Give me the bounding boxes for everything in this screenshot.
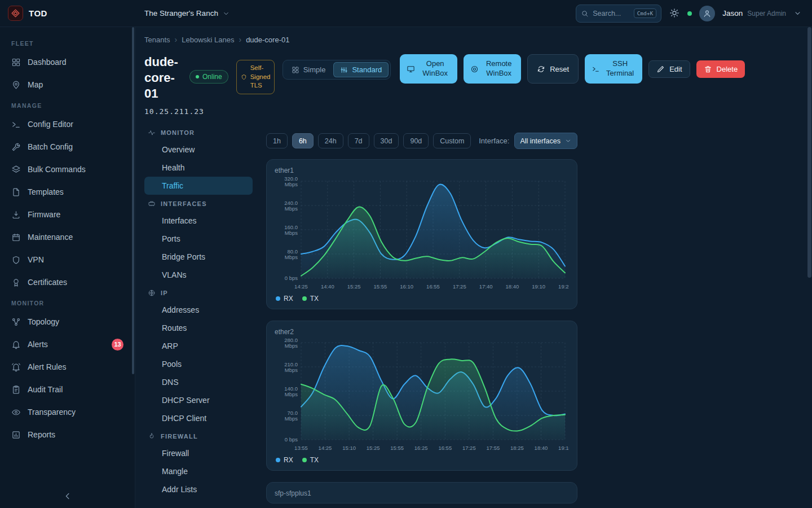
sidebar-item-templates[interactable]: Templates	[0, 181, 135, 203]
calendar-icon	[11, 233, 21, 242]
sidebar-scrollbar[interactable]	[132, 27, 134, 374]
file-icon	[11, 187, 21, 197]
range-custom-button[interactable]: Custom	[433, 133, 471, 148]
sidebar-item-topology[interactable]: Topology	[0, 310, 135, 333]
tenant-selector[interactable]: The Stranger's Ranch	[144, 9, 230, 17]
search-box[interactable]: Cmd+K	[576, 5, 661, 23]
svg-text:Mbps: Mbps	[285, 343, 298, 349]
sidebar-section-title: MONITOR	[0, 294, 135, 310]
svg-text:13:55: 13:55	[294, 445, 308, 451]
range-1h-button[interactable]: 1h	[266, 133, 288, 148]
layers-icon	[11, 165, 21, 174]
ssh-icon	[592, 65, 600, 73]
sidebar-section-title: MANAGE	[0, 96, 135, 113]
device-nav-item-dns[interactable]: DNS	[144, 373, 253, 391]
sidebar-item-certificates[interactable]: Certificates	[0, 271, 135, 294]
range-24h-button[interactable]: 24h	[318, 133, 343, 148]
time-range-group: 1h6h24h7d30d90dCustom	[266, 133, 471, 148]
remote-winbox-button[interactable]: Remote WinBox	[464, 54, 521, 84]
ssh-terminal-button[interactable]: SSH Terminal	[585, 54, 642, 84]
chevron-down-icon	[222, 10, 230, 17]
sidebar-item-dashboard[interactable]: Dashboard	[0, 51, 135, 73]
avatar[interactable]	[699, 6, 715, 21]
svg-text:18:25: 18:25	[510, 445, 524, 451]
device-nav-item-bridge-ports[interactable]: Bridge Ports	[144, 248, 253, 266]
device-nav-item-addresses[interactable]: Addresses	[144, 301, 253, 319]
svg-text:17:55: 17:55	[487, 445, 500, 451]
sidebar-item-config-editor[interactable]: Config Editor	[0, 113, 135, 135]
range-6h-button[interactable]: 6h	[292, 133, 314, 148]
sidebar-collapse-button[interactable]	[61, 490, 74, 503]
legend-rx: RX	[276, 456, 293, 464]
chart-title: ether1	[275, 167, 569, 174]
chart-legend: RXTX	[275, 454, 569, 465]
interface-select[interactable]: All interfaces	[514, 133, 577, 149]
sidebar-item-vpn[interactable]: VPN	[0, 248, 135, 271]
device-nav-item-dhcp-server[interactable]: DHCP Server	[144, 391, 253, 409]
breadcrumb-item-lebowski-lanes[interactable]: Lebowski Lanes	[182, 36, 234, 44]
svg-text:19:10: 19:10	[532, 283, 545, 290]
device-nav-item-addr-lists[interactable]: Addr Lists	[144, 480, 253, 498]
diamond-icon	[11, 8, 20, 18]
sidebar-item-alert-rules[interactable]: Alert Rules	[0, 356, 135, 378]
sidebar-item-map[interactable]: Map	[0, 73, 135, 96]
device-nav-item-overview[interactable]: Overview	[144, 141, 253, 159]
device-nav-item-pools[interactable]: Pools	[144, 355, 253, 373]
device-nav-section-title: INTERFACES	[161, 200, 207, 207]
edit-button[interactable]: Edit	[648, 60, 690, 78]
device-nav-item-vlans[interactable]: VLANs	[144, 266, 253, 284]
interface-label: Interface:	[479, 137, 509, 145]
theme-toggle-button[interactable]	[669, 8, 680, 19]
sidebar-item-reports[interactable]: Reports	[0, 423, 135, 446]
sidebar-item-maintenance[interactable]: Maintenance	[0, 226, 135, 248]
device-nav-item-routes[interactable]: Routes	[144, 319, 253, 337]
view-mode-standard[interactable]: Standard	[333, 62, 389, 77]
view-mode-simple[interactable]: Simple	[285, 62, 333, 77]
action-label: Open WinBox	[420, 59, 451, 78]
user-role: Super Admin	[747, 10, 786, 17]
trash-icon	[704, 65, 712, 73]
delete-button[interactable]: Delete	[696, 60, 745, 78]
sidebar-item-transparency[interactable]: Transparency	[0, 401, 135, 423]
device-nav-item-arp[interactable]: ARP	[144, 337, 253, 355]
device-nav-section-title: MONITOR	[161, 129, 195, 136]
traffic-chart-ether1: 320.0Mbps240.0Mbps160.0Mbps80.0Mbps0 bps…	[275, 176, 569, 293]
sidebar-item-bulk-commands[interactable]: Bulk Commands	[0, 158, 135, 181]
device-nav-item-dhcp-client[interactable]: DHCP Client	[144, 409, 253, 427]
device-nav-item-interfaces[interactable]: Interfaces	[144, 212, 253, 230]
range-90d-button[interactable]: 90d	[403, 133, 429, 148]
window-scrollbar[interactable]	[807, 27, 811, 278]
svg-text:17:25: 17:25	[462, 445, 476, 451]
device-nav-item-mangle[interactable]: Mangle	[144, 462, 253, 480]
search-input[interactable]	[593, 10, 629, 17]
sidebar-item-alerts[interactable]: Alerts13	[0, 333, 135, 356]
legend-label: RX	[284, 456, 293, 464]
device-nav-item-ports[interactable]: Ports	[144, 230, 253, 248]
refresh-icon	[537, 65, 545, 73]
chart-card-ether1: ether1320.0Mbps240.0Mbps160.0Mbps80.0Mbp…	[266, 159, 577, 309]
range-7d-button[interactable]: 7d	[348, 133, 369, 148]
tls-badge: Self-Signed TLS	[236, 60, 275, 94]
tenant-name: The Stranger's Ranch	[144, 9, 218, 17]
sidebar-item-batch-config[interactable]: Batch Config	[0, 135, 135, 158]
sliders-icon	[340, 66, 348, 74]
svg-text:Mbps: Mbps	[285, 205, 298, 212]
reset-button[interactable]: Reset	[527, 54, 579, 84]
action-label: Reset	[550, 65, 569, 73]
svg-text:15:10: 15:10	[342, 445, 356, 451]
device-nav-item-firewall[interactable]: Firewall	[144, 444, 253, 462]
range-30d-button[interactable]: 30d	[374, 133, 399, 148]
svg-text:Mbps: Mbps	[285, 391, 298, 397]
svg-text:16:55: 16:55	[426, 283, 440, 290]
breadcrumb-item-tenants[interactable]: Tenants	[144, 36, 170, 44]
svg-text:17:25: 17:25	[453, 283, 466, 290]
sidebar-item-audit-trail[interactable]: Audit Trail	[0, 378, 135, 401]
view-mode-label: Simple	[303, 65, 326, 74]
sidebar-item-firmware[interactable]: Firmware	[0, 203, 135, 226]
device-nav-item-health[interactable]: Health	[144, 159, 253, 177]
device-nav-item-traffic[interactable]: Traffic	[144, 177, 253, 195]
open-winbox-button[interactable]: Open WinBox	[400, 54, 457, 84]
legend-tx: TX	[302, 295, 319, 303]
user-menu-chevron-icon[interactable]	[793, 9, 802, 17]
status-badge: Online	[189, 70, 228, 84]
